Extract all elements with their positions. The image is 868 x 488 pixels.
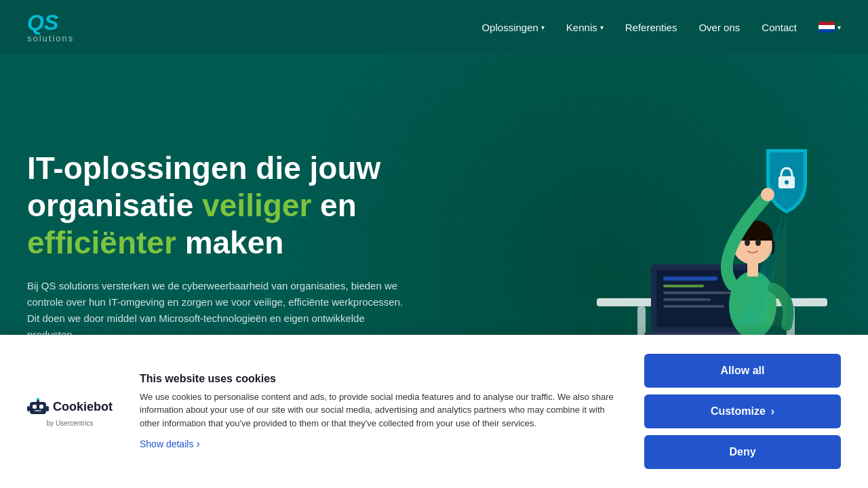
hero-description: Bij QS solutions versterken we de cyberw…: [27, 278, 407, 343]
logo[interactable]: QS solutions: [27, 12, 74, 43]
allow-all-button[interactable]: Allow all: [644, 354, 841, 388]
cookiebot-icon: [27, 396, 49, 418]
svg-rect-25: [39, 405, 43, 409]
chevron-right-icon: ›: [771, 405, 774, 418]
svg-point-18: [761, 188, 774, 201]
cookie-description: We use cookies to personalise content an…: [140, 390, 617, 430]
cookie-actions: Allow all Customize › Deny: [644, 354, 841, 469]
arrow-right-icon: ›: [196, 438, 199, 450]
logo-qs: QS: [27, 12, 58, 33]
svg-rect-6: [663, 285, 704, 287]
highlight-veiliger: veiliger: [202, 188, 311, 223]
highlight-efficinter: efficiënter: [27, 225, 176, 260]
flag-netherlands: [818, 22, 835, 33]
cookiebot-sub: by Usercentrics: [47, 420, 94, 427]
svg-rect-5: [663, 277, 717, 281]
cookiebot-logo-area: Cookiebot by Usercentrics: [27, 396, 113, 427]
svg-point-12: [785, 180, 789, 184]
chevron-down-icon: ▾: [600, 24, 604, 31]
svg-point-28: [37, 398, 39, 401]
svg-rect-24: [33, 405, 37, 409]
nav-contact[interactable]: Contact: [762, 22, 797, 33]
svg-rect-29: [27, 406, 30, 411]
svg-rect-8: [663, 298, 711, 301]
chevron-down-icon: ▾: [541, 24, 545, 31]
svg-rect-30: [46, 406, 49, 411]
svg-rect-7: [663, 291, 731, 294]
svg-point-15: [745, 239, 750, 246]
hero-title: IT-oplossingen die jouworganisatie veili…: [27, 150, 407, 262]
cookiebot-brand: Cookiebot: [53, 400, 113, 414]
header: QS solutions Oplossingen ▾ Kennis ▾ Refe…: [0, 0, 868, 54]
nav-oplossingen[interactable]: Oplossingen ▾: [481, 22, 544, 33]
chevron-down-icon: ▾: [837, 24, 841, 31]
nav-kennis[interactable]: Kennis ▾: [566, 22, 604, 33]
main-nav: Oplossingen ▾ Kennis ▾ Referenties Over …: [481, 22, 841, 33]
cookie-banner: Cookiebot by Usercentrics This website u…: [0, 335, 868, 488]
svg-rect-26: [35, 410, 41, 411]
nav-referenties[interactable]: Referenties: [625, 22, 677, 33]
cookie-title: This website uses cookies: [140, 373, 617, 385]
svg-rect-23: [30, 402, 46, 414]
svg-rect-17: [747, 263, 758, 277]
show-details-link[interactable]: Show details ›: [140, 438, 617, 450]
svg-rect-9: [663, 305, 724, 308]
deny-button[interactable]: Deny: [644, 435, 841, 469]
customize-button[interactable]: Customize ›: [644, 394, 841, 428]
cookie-content: This website uses cookies We use cookies…: [140, 373, 617, 451]
logo-solutions: solutions: [27, 33, 74, 43]
svg-point-16: [755, 239, 761, 246]
nav-language[interactable]: ▾: [818, 22, 841, 33]
nav-over-ons[interactable]: Over ons: [698, 22, 740, 33]
